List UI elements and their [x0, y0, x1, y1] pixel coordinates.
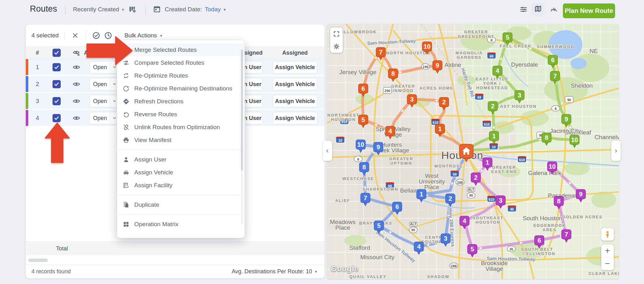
map-view-toggle[interactable]: [531, 3, 545, 16]
speedometer-icon[interactable]: [550, 5, 558, 14]
row-checkbox[interactable]: [53, 63, 61, 71]
printer-icon: [122, 136, 130, 144]
row-number: 4: [33, 110, 42, 126]
svg-text:6: 6: [395, 203, 399, 210]
svg-text:2: 2: [442, 99, 446, 106]
road-shield-69: 69: [487, 52, 496, 59]
row-checkbox[interactable]: [53, 114, 61, 122]
menu-item-assign-vehicle[interactable]: Assign Vehicle: [117, 166, 245, 179]
map-panel[interactable]: 2498886969696929090906106106106106101010…: [327, 24, 619, 279]
svg-text:69: 69: [453, 172, 457, 176]
menu-item-re-optimize-routes[interactable]: Re-Optimize Routes: [117, 69, 245, 82]
map-label: GARDENS: [457, 55, 481, 60]
route-color-bar: [26, 59, 28, 75]
zoom-control: + −: [601, 244, 614, 270]
menu-item-operation-matrix[interactable]: Operation Matrix: [117, 218, 245, 231]
svg-text:4: 4: [496, 67, 499, 74]
divider: [64, 31, 65, 40]
eye-icon[interactable]: [72, 114, 80, 122]
menu-item-assign-facility[interactable]: Assign Facility: [117, 179, 245, 192]
svg-text:90: 90: [567, 98, 571, 102]
duplicate-icon: [122, 201, 130, 209]
records-found: 4 records found: [31, 268, 71, 275]
assign-vehicle-button[interactable]: Assign Vehicle: [273, 61, 317, 74]
bulk-actions-menu: Merge Selected RoutesCompare Selected Ro…: [117, 40, 245, 238]
map-label: Aldine: [445, 62, 461, 68]
menu-item-assign-user[interactable]: Assign User: [117, 153, 245, 166]
svg-text:4: 4: [463, 217, 466, 224]
rotate-icon: [122, 85, 130, 92]
menu-item-refresh-directions[interactable]: Refresh Directions: [117, 95, 245, 108]
status-dropdown[interactable]: Open: [90, 78, 119, 90]
map-canvas[interactable]: 2498886969696929090906106106106106101010…: [327, 24, 619, 279]
row-checkbox[interactable]: [53, 80, 61, 88]
menu-item-reverse-routes[interactable]: Reverse Routes: [117, 108, 245, 121]
google-logo: Google: [331, 265, 359, 273]
eye-icon[interactable]: [72, 97, 80, 105]
menu-item-label: Reverse Routes: [134, 111, 177, 118]
collapse-left-tab[interactable]: ‹: [323, 141, 332, 161]
map-label: Stafford: [349, 244, 370, 251]
road-shield-69: 69: [450, 171, 459, 177]
map-label: FALL CREEK: [500, 44, 531, 48]
eye-icon[interactable]: [72, 63, 80, 71]
horizontal-scrollbar[interactable]: [28, 259, 48, 262]
eye-x-icon[interactable]: [72, 49, 80, 57]
avg-destinations-dropdown[interactable]: Avg. Destinations Per Route: 10 ▾: [232, 268, 317, 275]
plan-new-route-button[interactable]: Plan New Route: [563, 3, 615, 18]
svg-text:9: 9: [579, 191, 582, 198]
svg-text:288: 288: [457, 181, 463, 184]
directions-icon: [122, 98, 130, 105]
road-shield-35: 35: [507, 246, 515, 252]
map-label: WILLOWBROOK: [338, 30, 377, 34]
sort-dropdown[interactable]: Recently Created ▾: [73, 0, 124, 19]
svg-text:6: 6: [361, 85, 365, 92]
row-number: 1: [33, 59, 42, 75]
menu-item-unlink-routes-from-optimization[interactable]: Unlink Routes from Optimization: [117, 121, 245, 134]
close-icon[interactable]: [70, 31, 80, 40]
menu-item-duplicate[interactable]: Duplicate: [117, 198, 245, 211]
created-date-filter[interactable]: Created Date: Today ▾: [165, 0, 226, 19]
pegman-streetview-control[interactable]: [601, 228, 614, 241]
gear-icon[interactable]: [333, 43, 340, 50]
svg-text:ALT: ALT: [468, 188, 475, 191]
menu-item-view-manifest[interactable]: View Manifest: [117, 134, 245, 146]
map-label: QUAIL VALLEY: [349, 274, 386, 279]
menu-item-label: Assign Facility: [134, 182, 172, 189]
assign-vehicle-button[interactable]: Assign Vehicle: [273, 112, 317, 124]
menu-item-label: Re-Optimize Routes: [134, 72, 188, 79]
menu-item-re-optimize-remaining-destinations[interactable]: Re-Optimize Remaining Destinations: [117, 82, 245, 95]
status-dropdown[interactable]: Open: [90, 95, 119, 107]
road-shield-288: 288: [450, 263, 458, 269]
map-label: GREATER: [464, 30, 488, 34]
assign-vehicle-button[interactable]: Assign Vehicle: [273, 78, 317, 90]
road-shield-8: 8: [552, 106, 560, 112]
assign-vehicle-button[interactable]: Assign Vehicle: [273, 95, 317, 107]
columns-settings-icon[interactable]: [128, 5, 136, 13]
sync-icon: [122, 72, 130, 79]
svg-text:1: 1: [419, 191, 423, 198]
collapse-right-tab[interactable]: ›: [611, 141, 621, 161]
row-checkbox[interactable]: [53, 97, 61, 105]
road-shield-8: 8: [354, 156, 362, 162]
eye-icon[interactable]: [72, 80, 80, 88]
map-label: MONTROSE: [434, 164, 463, 168]
fullscreen-icon[interactable]: [333, 30, 340, 38]
sliders-icon[interactable]: [519, 5, 528, 14]
map-label: Channelview: [595, 134, 619, 140]
svg-text:8: 8: [555, 107, 557, 111]
svg-text:8: 8: [357, 157, 359, 161]
chevron-down-icon: ▾: [224, 7, 226, 12]
zoom-out-button[interactable]: −: [601, 258, 614, 270]
map-label: UPTOWN: [390, 161, 412, 166]
select-all-checkbox[interactable]: [53, 49, 61, 57]
zoom-in-button[interactable]: +: [601, 245, 614, 257]
map-label: South Houston: [523, 215, 562, 221]
menu-scrollbar[interactable]: [241, 50, 243, 171]
svg-text:7: 7: [553, 73, 557, 79]
menu-item-compare-selected-routes[interactable]: Compare Selected Routes: [117, 56, 245, 69]
svg-text:90: 90: [411, 228, 415, 232]
matrix-icon: [122, 221, 130, 228]
menu-item-merge-selected-routes[interactable]: Merge Selected Routes: [117, 43, 245, 56]
status-dropdown[interactable]: Open: [90, 112, 119, 124]
